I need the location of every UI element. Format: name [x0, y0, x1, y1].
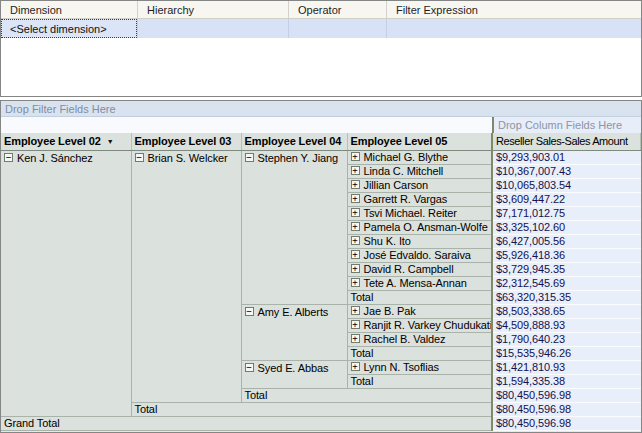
collapse-icon[interactable]: − [4, 153, 13, 162]
drop-filter-fields-zone[interactable]: Drop Filter Fields Here [1, 101, 641, 117]
member-cell-level05[interactable]: +Tete A. Mensa-Annan [347, 276, 492, 290]
member-label: Lynn N. Tsoflias [364, 361, 439, 373]
value-cell: $3,609,447.22 [492, 192, 641, 206]
filter-row-cell [137, 19, 288, 38]
expand-icon[interactable]: + [351, 334, 360, 343]
member-cell-level05[interactable]: +Ranjit R. Varkey Chudukatil [347, 318, 492, 332]
select-dimension-cell[interactable]: <Select dimension> [1, 19, 137, 38]
member-label: Jae B. Pak [364, 305, 416, 317]
member-cell-level03[interactable]: −Brian S. Welcker [131, 150, 241, 402]
expand-icon[interactable]: + [351, 208, 360, 217]
expand-icon[interactable]: + [351, 278, 360, 287]
header-reseller-sales-amount[interactable]: Reseller Sales-Sales Amount [492, 133, 641, 150]
member-cell-level05[interactable]: +Jillian Carson [347, 178, 492, 192]
member-label: Tete A. Mensa-Annan [364, 277, 467, 289]
expand-icon[interactable]: + [351, 194, 360, 203]
member-cell-level05[interactable]: +Pamela O. Ansman-Wolfe [347, 220, 492, 234]
expand-icon[interactable]: + [351, 320, 360, 329]
filter-col-filter-expression: Filter Expression [386, 1, 641, 18]
collapse-icon[interactable]: − [135, 153, 144, 162]
header-employee-level-02[interactable]: Employee Level 02▼ [1, 133, 131, 150]
value-cell: $6,427,005.56 [492, 234, 641, 248]
member-cell-level05[interactable]: +Tsvi Michael. Reiter [347, 206, 492, 220]
member-label: Tsvi Michael. Reiter [364, 207, 457, 219]
total-cell-level04: Total [241, 388, 492, 402]
filter-row: <Select dimension> [1, 19, 641, 38]
total-cell-level03: Total [131, 402, 492, 416]
value-cell: $63,320,315.35 [492, 290, 641, 304]
member-label: Shu K. Ito [364, 235, 411, 247]
filter-grid-header: Dimension Hierarchy Operator Filter Expr… [1, 1, 641, 19]
drop-column-row: Drop Column Fields Here [1, 117, 641, 133]
collapse-icon[interactable]: − [245, 307, 254, 316]
pivot-area: Drop Filter Fields Here Drop Column Fiel… [0, 100, 642, 433]
value-cell: $2,312,545.69 [492, 276, 641, 290]
expand-icon[interactable]: + [351, 222, 360, 231]
member-label: Ken J. Sánchez [17, 152, 93, 164]
filter-col-dimension: Dimension [1, 1, 137, 18]
expand-icon[interactable]: + [351, 250, 360, 259]
member-cell-level05[interactable]: +Garrett R. Vargas [347, 192, 492, 206]
member-cell-level05[interactable]: +Rachel B. Valdez [347, 332, 492, 346]
pivot-table: Employee Level 02▼ Employee Level 03 Emp… [1, 133, 641, 431]
member-label: Linda C. Mitchell [364, 165, 444, 177]
member-cell-level05[interactable]: +Shu K. Ito [347, 234, 492, 248]
value-cell: $10,065,803.54 [492, 178, 641, 192]
value-cell: $80,450,596.98 [492, 416, 641, 430]
member-label: Rachel B. Valdez [364, 333, 446, 345]
pivot-grand-total-row: Grand Total $80,450,596.98 [1, 416, 641, 430]
expand-icon[interactable]: + [351, 166, 360, 175]
member-label: Michael G. Blythe [364, 151, 449, 163]
member-cell-level05[interactable]: +Lynn N. Tsoflias [347, 360, 492, 374]
filter-col-operator: Operator [288, 1, 386, 18]
member-cell-level05[interactable]: +Michael G. Blythe [347, 150, 492, 164]
collapse-icon[interactable]: − [245, 363, 254, 372]
member-cell-level05[interactable]: +José Edvaldo. Saraiva [347, 248, 492, 262]
value-cell: $1,790,640.23 [492, 332, 641, 346]
member-cell-level04[interactable]: −Stephen Y. Jiang [241, 150, 347, 304]
value-cell: $80,450,596.98 [492, 388, 641, 402]
filter-col-hierarchy: Hierarchy [137, 1, 288, 18]
value-cell: $1,594,335.38 [492, 374, 641, 388]
member-label: David R. Campbell [364, 263, 454, 275]
value-cell: $10,367,007.43 [492, 164, 641, 178]
member-label: Syed E. Abbas [258, 362, 329, 374]
expand-icon[interactable]: + [351, 180, 360, 189]
expand-icon[interactable]: + [351, 152, 360, 161]
member-label: Stephen Y. Jiang [258, 152, 339, 164]
expand-icon[interactable]: + [351, 264, 360, 273]
header-employee-level-05[interactable]: Employee Level 05 [347, 133, 492, 150]
total-cell-level05: Total [347, 346, 492, 360]
value-cell: $3,729,945.35 [492, 262, 641, 276]
expand-icon[interactable]: + [351, 306, 360, 315]
member-cell-level04[interactable]: −Syed E. Abbas [241, 360, 347, 388]
member-cell-level05[interactable]: +David R. Campbell [347, 262, 492, 276]
drop-column-fields-zone[interactable]: Drop Column Fields Here [492, 117, 641, 133]
member-label: Pamela O. Ansman-Wolfe [364, 221, 488, 233]
total-cell-level05: Total [347, 290, 492, 304]
pivot-row: −Ken J. Sánchez −Brian S. Welcker −Steph… [1, 150, 641, 164]
filter-row-cell [386, 19, 641, 38]
member-cell-level02[interactable]: −Ken J. Sánchez [1, 150, 131, 416]
member-label: José Edvaldo. Saraiva [364, 249, 471, 261]
expand-icon[interactable]: + [351, 362, 360, 371]
member-label: Garrett R. Vargas [364, 193, 448, 205]
value-cell: $5,926,418.36 [492, 248, 641, 262]
pivot-header-row: Employee Level 02▼ Employee Level 03 Emp… [1, 133, 641, 150]
collapse-icon[interactable]: − [245, 153, 254, 162]
expand-icon[interactable]: + [351, 236, 360, 245]
header-employee-level-04[interactable]: Employee Level 04 [241, 133, 347, 150]
value-cell: $9,293,903.01 [492, 150, 641, 164]
header-label: Employee Level 02 [4, 135, 101, 147]
value-cell: $8,503,338.65 [492, 304, 641, 318]
header-employee-level-03[interactable]: Employee Level 03 [131, 133, 241, 150]
pivot-designer: Dimension Hierarchy Operator Filter Expr… [0, 0, 642, 433]
member-cell-level04[interactable]: −Amy E. Alberts [241, 304, 347, 360]
value-cell: $3,325,102.60 [492, 220, 641, 234]
value-cell: $80,450,596.98 [492, 402, 641, 416]
filter-dropdown-icon[interactable]: ▼ [107, 135, 114, 148]
filter-row-cell [288, 19, 386, 38]
member-label: Amy E. Alberts [258, 306, 329, 318]
member-cell-level05[interactable]: +Linda C. Mitchell [347, 164, 492, 178]
member-cell-level05[interactable]: +Jae B. Pak [347, 304, 492, 318]
